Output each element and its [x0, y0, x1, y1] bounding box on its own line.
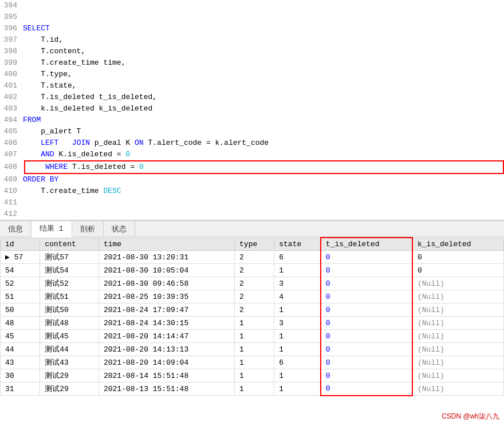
- line-content: ORDER BY: [23, 174, 504, 186]
- cell-state: 6: [274, 356, 321, 369]
- line-content: FROM: [23, 115, 504, 126]
- line-number: 394: [0, 0, 23, 11]
- line-number: 407: [0, 149, 23, 160]
- table-row: 44测试442021-08-20 14:13:13110(Null): [1, 343, 504, 356]
- cell-t-is-deleted: 0: [321, 343, 412, 356]
- cell-id: 50: [1, 303, 40, 317]
- code-line: 403 k.is_deleted k_is_deleted: [0, 103, 504, 115]
- tab-status[interactable]: 状态: [104, 221, 135, 237]
- cell-content: 测试29: [40, 369, 99, 382]
- cell-k-is-deleted: (Null): [412, 330, 504, 343]
- cell-time: 2021-08-14 15:51:48: [99, 369, 234, 382]
- cell-type: 2: [235, 251, 274, 264]
- line-content: LEFT JOIN p_deal K ON T.alert_code = k.a…: [23, 137, 504, 149]
- cell-k-is-deleted: 0: [412, 264, 504, 277]
- cell-t-is-deleted: 0: [321, 277, 412, 290]
- code-line: 397 T.id,: [0, 34, 504, 46]
- cell-content: 测试57: [40, 251, 99, 264]
- cell-type: 1: [235, 356, 274, 369]
- cell-state: 1: [274, 369, 321, 382]
- line-content-highlighted: WHERE T.is_deleted = 0: [24, 160, 504, 174]
- col-header-type: type: [235, 238, 274, 251]
- code-line: 406 LEFT JOIN p_deal K ON T.alert_code =…: [0, 137, 504, 149]
- tab-profile[interactable]: 剖析: [72, 221, 104, 237]
- cell-time: 2021-08-20 14:14:47: [99, 330, 234, 343]
- header-row: id content time type state t_is_deleted …: [1, 238, 504, 251]
- cell-content: 测试51: [40, 290, 99, 303]
- line-number: 406: [0, 137, 23, 149]
- cell-time: 2021-08-30 13:20:31: [99, 251, 234, 264]
- cell-k-is-deleted: (Null): [412, 290, 504, 303]
- line-content: k.is_deleted k_is_deleted: [23, 103, 504, 115]
- cell-state: 3: [274, 277, 321, 290]
- cell-id: ▶ 57: [1, 251, 40, 264]
- line-number: 401: [0, 80, 23, 92]
- line-number: 398: [0, 46, 23, 57]
- cell-k-is-deleted: (Null): [412, 303, 504, 317]
- cell-t-is-deleted: 0: [321, 330, 412, 343]
- table-row: 50测试502021-08-24 17:09:47210(Null): [1, 303, 504, 317]
- col-header-content: content: [40, 238, 99, 251]
- cell-state: 1: [274, 382, 321, 396]
- cell-time: 2021-08-20 14:09:04: [99, 356, 234, 369]
- cell-k-is-deleted: (Null): [412, 369, 504, 382]
- tab-info[interactable]: 信息: [0, 221, 32, 237]
- line-content: T.is_deleted t_is_deleted,: [23, 92, 504, 103]
- cell-time: 2021-08-30 10:05:04: [99, 264, 234, 277]
- code-line: 396 SELECT: [0, 23, 504, 34]
- cell-content: 测试29: [40, 382, 99, 396]
- code-line: 394: [0, 0, 504, 11]
- line-number: 408: [0, 161, 23, 173]
- cell-type: 2: [235, 303, 274, 317]
- code-line: 405 p_alert T: [0, 126, 504, 137]
- code-line: 395: [0, 11, 504, 23]
- line-number: 411: [0, 197, 23, 208]
- cell-state: 3: [274, 317, 321, 330]
- line-content: T.content,: [23, 46, 504, 57]
- table-row: 54测试542021-08-30 10:05:042100: [1, 264, 504, 277]
- line-number: 400: [0, 69, 23, 80]
- table-body: ▶ 57测试572021-08-30 13:20:31260054测试54202…: [1, 251, 504, 396]
- line-content: T.type,: [23, 69, 504, 80]
- cell-id: 51: [1, 290, 40, 303]
- table-header: id content time type state t_is_deleted …: [1, 238, 504, 251]
- tab-results[interactable]: 结果 1: [32, 221, 72, 237]
- line-number: 412: [0, 208, 23, 220]
- table-row: 31测试292021-08-13 15:51:48110(Null): [1, 382, 504, 396]
- cell-id: 52: [1, 277, 40, 290]
- cell-state: 6: [274, 251, 321, 264]
- line-number: 410: [0, 186, 23, 197]
- code-line: 400 T.type,: [0, 69, 504, 80]
- cell-type: 2: [235, 290, 274, 303]
- cell-t-is-deleted: 0: [321, 290, 412, 303]
- line-content: SELECT: [23, 23, 504, 34]
- table-row: ▶ 57测试572021-08-30 13:20:312600: [1, 251, 504, 264]
- cell-state: 1: [274, 264, 321, 277]
- cell-t-is-deleted: 0: [321, 356, 412, 369]
- cell-t-is-deleted: 0: [321, 303, 412, 317]
- line-content: T.state,: [23, 80, 504, 92]
- code-line: 412: [0, 208, 504, 220]
- cell-state: 1: [274, 303, 321, 317]
- cell-k-is-deleted: 0: [412, 251, 504, 264]
- cell-content: 测试45: [40, 330, 99, 343]
- table-row: 51测试512021-08-25 10:39:35240(Null): [1, 290, 504, 303]
- code-line: 410 T.create_time DESC: [0, 186, 504, 197]
- table-row: 43测试432021-08-20 14:09:04160(Null): [1, 356, 504, 369]
- cell-k-is-deleted: (Null): [412, 356, 504, 369]
- line-number: 399: [0, 57, 23, 69]
- cell-id: 31: [1, 382, 40, 396]
- col-header-t-is-deleted: t_is_deleted: [321, 238, 412, 251]
- line-number: 395: [0, 11, 23, 23]
- cell-state: 1: [274, 343, 321, 356]
- cell-time: 2021-08-24 14:30:15: [99, 317, 234, 330]
- cell-time: 2021-08-20 14:13:13: [99, 343, 234, 356]
- cell-k-is-deleted: (Null): [412, 317, 504, 330]
- cell-id: 54: [1, 264, 40, 277]
- line-number: 404: [0, 115, 23, 126]
- line-content: p_alert T: [23, 126, 504, 137]
- line-number: 409: [0, 174, 23, 186]
- line-content: AND K.is_deleted = 0: [23, 149, 504, 160]
- cell-state: 4: [274, 290, 321, 303]
- cell-content: 测试52: [40, 277, 99, 290]
